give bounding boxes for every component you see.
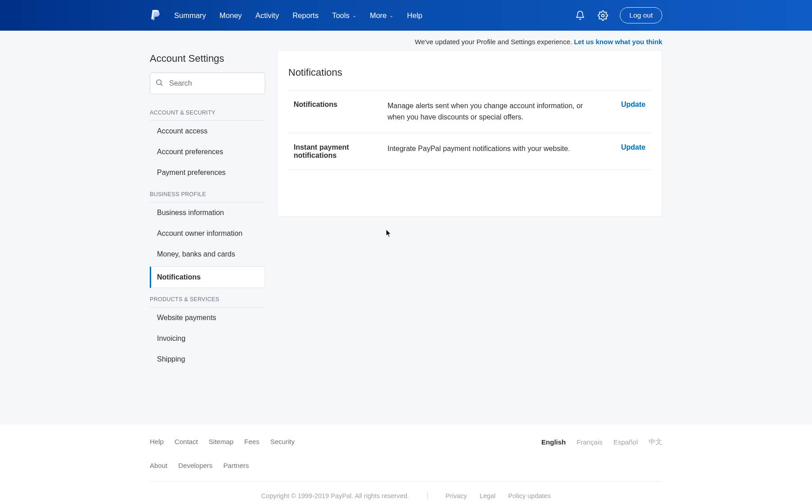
banner-text: We've updated your Profile and Settings …: [415, 38, 572, 46]
svg-line-2: [161, 84, 162, 85]
language-english[interactable]: English: [541, 438, 566, 446]
svg-point-0: [601, 14, 604, 17]
sidebar-item-account-owner-information[interactable]: Account owner information: [150, 223, 265, 244]
update-link[interactable]: Update: [621, 143, 646, 151]
nav-summary[interactable]: Summary: [174, 11, 206, 20]
language-español[interactable]: Español: [614, 438, 638, 446]
footer-link-help[interactable]: Help: [150, 438, 164, 445]
sidebar-item-invoicing[interactable]: Invoicing: [150, 328, 265, 349]
sidebar-item-money-banks-and-cards[interactable]: Money, banks and cards: [150, 244, 265, 265]
sidebar-item-notifications[interactable]: Notifications: [150, 266, 265, 288]
nav-more[interactable]: More⌄: [370, 11, 394, 20]
page-title: Account Settings: [150, 53, 265, 64]
content-card: Notifications NotificationsManage alerts…: [277, 50, 662, 217]
nav-help[interactable]: Help: [407, 11, 422, 20]
footer-link-partners[interactable]: Partners: [223, 462, 249, 469]
sidebar-item-shipping[interactable]: Shipping: [150, 349, 265, 370]
nav-tools[interactable]: Tools⌄: [332, 11, 356, 20]
update-link[interactable]: Update: [621, 101, 646, 108]
language-中文[interactable]: 中文: [649, 438, 662, 446]
legal-link-policy-updates[interactable]: Policy updates: [508, 492, 551, 499]
sidebar-group-header: BUSINESS PROFILE: [150, 187, 265, 202]
settings-gear-icon[interactable]: [597, 10, 608, 21]
settings-row: Instant payment notificationsIntegrate P…: [288, 133, 651, 170]
row-label: Instant payment notifications: [288, 143, 378, 160]
copyright-text: Copyright © 1999-2019 PayPal. All rights…: [261, 492, 409, 499]
settings-row: NotificationsManage alerts sent when you…: [288, 90, 651, 133]
sidebar-item-website-payments[interactable]: Website payments: [150, 307, 265, 328]
nav-activity[interactable]: Activity: [255, 11, 279, 20]
row-label: Notifications: [288, 101, 378, 109]
row-description: Manage alerts sent when you change accou…: [388, 101, 588, 123]
footer-link-about[interactable]: About: [150, 462, 167, 469]
content-title: Notifications: [288, 67, 651, 90]
footer-link-contact[interactable]: Contact: [175, 438, 198, 445]
search-input[interactable]: [150, 73, 265, 94]
sidebar-group-header: PRODUCTS & SERVICES: [150, 292, 265, 307]
footer-divider: [427, 491, 428, 500]
chevron-down-icon: ⌄: [352, 13, 356, 18]
legal-link-legal[interactable]: Legal: [480, 492, 495, 499]
footer-link-sitemap[interactable]: Sitemap: [209, 438, 234, 445]
legal-link-privacy[interactable]: Privacy: [446, 492, 467, 499]
top-nav: SummaryMoneyActivityReportsTools⌄More⌄He…: [0, 0, 812, 31]
paypal-logo[interactable]: [150, 9, 161, 22]
search-icon: [155, 78, 163, 88]
language-français[interactable]: Français: [577, 438, 603, 446]
sidebar-group-header: ACCOUNT & SECURITY: [150, 105, 265, 121]
row-description: Integrate PayPal payment notifications w…: [388, 143, 588, 155]
notifications-bell-icon[interactable]: [575, 10, 586, 21]
banner-feedback-link[interactable]: Let us know what you think: [574, 38, 662, 46]
sidebar-item-account-preferences[interactable]: Account preferences: [150, 142, 265, 162]
svg-point-1: [157, 80, 161, 85]
logout-button[interactable]: Log out: [620, 7, 662, 23]
chevron-down-icon: ⌄: [389, 13, 393, 18]
nav-money[interactable]: Money: [220, 11, 242, 20]
footer-link-fees[interactable]: Fees: [245, 438, 259, 445]
update-banner: We've updated your Profile and Settings …: [0, 31, 812, 50]
sidebar-item-payment-preferences[interactable]: Payment preferences: [150, 162, 265, 183]
footer-link-security[interactable]: Security: [270, 438, 295, 445]
sidebar-item-business-information[interactable]: Business information: [150, 202, 265, 223]
sidebar: Account Settings ACCOUNT & SECURITYAccou…: [150, 50, 265, 370]
footer: HelpContactSitemapFeesSecurityAboutDevel…: [0, 424, 812, 504]
footer-link-developers[interactable]: Developers: [178, 462, 212, 469]
sidebar-item-account-access[interactable]: Account access: [150, 121, 265, 142]
nav-reports[interactable]: Reports: [292, 11, 318, 20]
